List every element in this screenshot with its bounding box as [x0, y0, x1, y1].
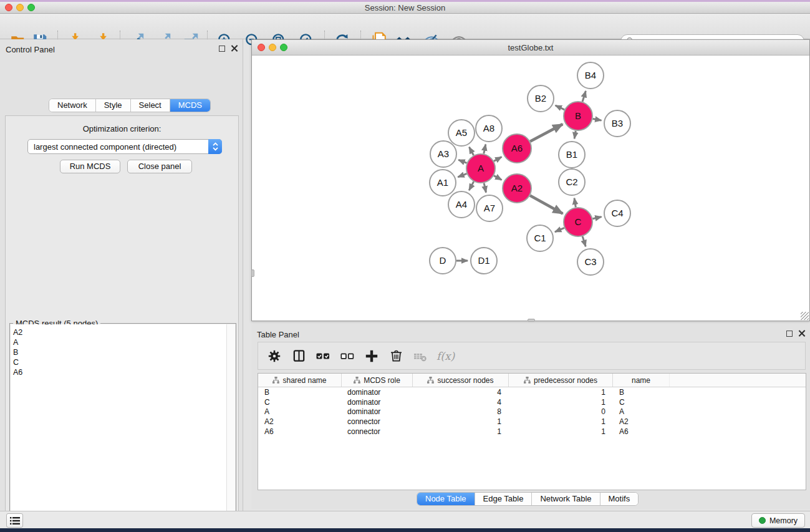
- graph-node-C[interactable]: C: [564, 208, 592, 236]
- graph-edge-B-B1[interactable]: [574, 131, 576, 139]
- float-panel-icon[interactable]: [786, 331, 793, 337]
- main-toolbar: [0, 14, 810, 39]
- tab-style[interactable]: Style: [96, 99, 131, 112]
- run-mcds-button[interactable]: Run MCDS: [60, 160, 120, 173]
- graph-node-D1[interactable]: D1: [471, 248, 497, 274]
- graph-edge-A6-B[interactable]: [530, 124, 562, 142]
- delete-table-icon[interactable]: [412, 348, 428, 364]
- add-column-icon[interactable]: [364, 348, 380, 364]
- tab-node-table[interactable]: Node Table: [417, 493, 475, 505]
- split-divider-handle[interactable]: [251, 269, 254, 277]
- graph-node-C4[interactable]: C4: [604, 200, 630, 226]
- close-panel-icon[interactable]: [231, 45, 238, 52]
- graph-node-A[interactable]: A: [466, 154, 495, 183]
- column-header-successor-nodes[interactable]: successor nodes: [413, 374, 509, 387]
- tab-network[interactable]: Network: [49, 99, 96, 112]
- graph-node-A6[interactable]: A6: [503, 134, 531, 163]
- select-all-icon[interactable]: [315, 348, 331, 364]
- graph-edge-A-A5[interactable]: [469, 147, 473, 155]
- tab-edge-table[interactable]: Edge Table: [475, 493, 533, 505]
- graph-node-C3[interactable]: C3: [577, 249, 604, 275]
- graph-edge-C-C2[interactable]: [574, 198, 576, 208]
- graph-edge-A-A7[interactable]: [484, 183, 486, 192]
- column-tree-icon: [272, 377, 279, 384]
- graph-edge-A2-C[interactable]: [530, 196, 562, 214]
- network-graph-canvas[interactable]: B4B2BB3A8A5A6A3B1AC2A1A2A4A7C4CC1DD1C3: [252, 56, 809, 321]
- window-resize-grip[interactable]: [801, 312, 809, 320]
- graph-node-A5[interactable]: A5: [448, 120, 475, 146]
- graph-node-A2[interactable]: A2: [503, 174, 531, 203]
- tab-select[interactable]: Select: [131, 99, 170, 112]
- tab-mcds[interactable]: MCDS: [170, 99, 210, 112]
- delete-column-icon[interactable]: [388, 348, 404, 364]
- table-cell: dominator: [342, 398, 413, 407]
- close-panel-button[interactable]: Close panel: [127, 160, 192, 173]
- table-cell: A6: [258, 427, 342, 436]
- graph-node-A1[interactable]: A1: [430, 170, 456, 196]
- close-panel-icon[interactable]: [798, 330, 805, 337]
- graph-node-D[interactable]: D: [430, 248, 456, 274]
- criterion-dropdown[interactable]: largest connected component (directed): [27, 139, 222, 154]
- mcds-result-fieldset: MCDS result (5 nodes) A2ABCA6: [9, 323, 236, 532]
- table-body: Bdominator41BCdominator41CAdominator80AA…: [258, 387, 806, 437]
- tab-network-table[interactable]: Network Table: [532, 493, 600, 505]
- graph-node-C1[interactable]: C1: [527, 225, 553, 251]
- graph-edge-A-A6[interactable]: [494, 157, 501, 162]
- float-panel-icon[interactable]: [219, 46, 225, 52]
- graph-edge-B-B2[interactable]: [556, 105, 565, 110]
- mcds-result-list[interactable]: A2ABCA6: [11, 324, 226, 532]
- table-row[interactable]: A6connector11A6: [258, 427, 806, 437]
- graph-node-A7[interactable]: A7: [476, 195, 503, 221]
- network-window-titlebar[interactable]: testGlobe.txt: [252, 40, 809, 56]
- graph-node-B[interactable]: B: [564, 102, 592, 130]
- graph-node-B1[interactable]: B1: [559, 142, 585, 168]
- split-divider-handle[interactable]: [528, 319, 535, 322]
- panel-list-button[interactable]: [6, 513, 23, 528]
- svg-text:C3: C3: [584, 256, 596, 267]
- mcds-result-item[interactable]: B: [13, 347, 226, 357]
- graph-node-B2[interactable]: B2: [528, 85, 554, 112]
- svg-text:A2: A2: [511, 183, 523, 193]
- graph-node-A3[interactable]: A3: [430, 141, 456, 167]
- result-list-scrollbar[interactable]: [226, 324, 235, 532]
- svg-text:A: A: [478, 163, 484, 173]
- memory-button[interactable]: Memory: [751, 513, 805, 528]
- column-header-shared-name[interactable]: shared name: [258, 374, 342, 387]
- graph-edge-A-A8[interactable]: [484, 144, 486, 153]
- column-header-predecessor-nodes[interactable]: predecessor nodes: [509, 374, 613, 387]
- show-columns-icon[interactable]: [291, 348, 307, 364]
- table-row[interactable]: A2connector11A2: [258, 417, 806, 427]
- graph-edge-B-B4[interactable]: [582, 91, 586, 102]
- graph-node-A8[interactable]: A8: [476, 115, 502, 142]
- graph-edge-A-A3[interactable]: [458, 160, 466, 163]
- desktop-background-bottom: [0, 528, 810, 532]
- graph-edge-A-A1[interactable]: [458, 173, 466, 177]
- tab-motifs[interactable]: Motifs: [600, 493, 639, 505]
- mcds-result-item[interactable]: A: [13, 337, 226, 347]
- graph-edge-C-C1[interactable]: [555, 228, 564, 231]
- column-header-name[interactable]: name: [613, 374, 670, 387]
- graph-edge-B-B3[interactable]: [593, 118, 602, 120]
- table-row[interactable]: Cdominator41C: [258, 397, 806, 407]
- graph-edge-A-A2[interactable]: [494, 176, 501, 180]
- graph-node-B3[interactable]: B3: [604, 110, 630, 137]
- mcds-result-item[interactable]: A6: [13, 367, 226, 377]
- function-builder-icon[interactable]: f(x): [436, 348, 455, 364]
- graph-edge-C-C3[interactable]: [582, 236, 586, 246]
- mcds-result-item[interactable]: A2: [13, 327, 226, 337]
- table-row[interactable]: Adominator80A: [258, 407, 806, 417]
- window-titlebar[interactable]: Session: New Session: [0, 2, 810, 14]
- table-cell: 1: [509, 398, 613, 407]
- graph-edge-A-A4[interactable]: [469, 181, 473, 190]
- graph-node-A4[interactable]: A4: [448, 191, 475, 218]
- column-header-MCDS-role[interactable]: MCDS role: [342, 374, 413, 387]
- mcds-result-item[interactable]: C: [13, 357, 226, 367]
- table-settings-icon[interactable]: [266, 348, 282, 364]
- table-row[interactable]: Bdominator41B: [258, 387, 806, 397]
- graph-node-B4[interactable]: B4: [577, 62, 604, 89]
- deselect-all-icon[interactable]: [339, 348, 355, 364]
- graph-node-C2[interactable]: C2: [559, 169, 585, 195]
- window-title: Session: New Session: [0, 3, 810, 12]
- graph-edge-C-C4[interactable]: [592, 217, 601, 219]
- table-cell: A2: [613, 417, 670, 426]
